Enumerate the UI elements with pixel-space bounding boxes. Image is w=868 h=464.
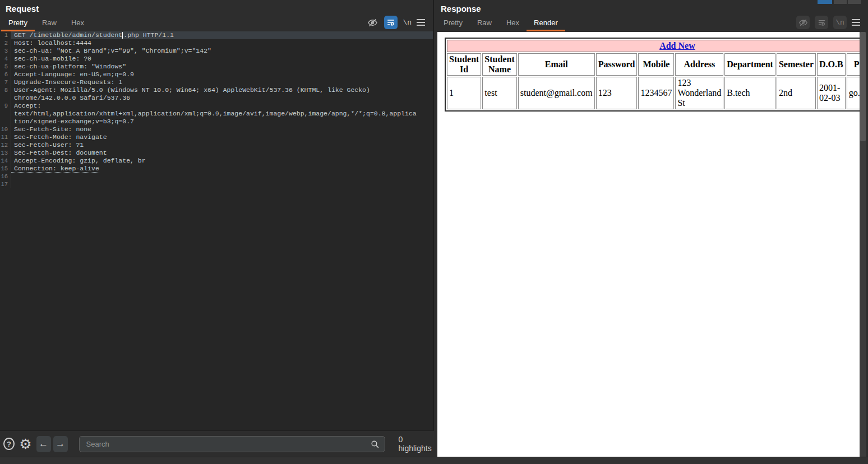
line-text: [11, 180, 14, 188]
table-cell: 123: [596, 77, 638, 109]
burp-message-viewer: Request Pretty Raw Hex: [0, 0, 868, 464]
line-number: 6: [0, 71, 11, 78]
editor-line: text/html,application/xhtml+xml,applicat…: [0, 110, 433, 118]
line-number: 5: [0, 63, 11, 71]
students-table: Add NewStudent IdStudent NameEmailPasswo…: [445, 38, 860, 112]
line-text: Accept:: [11, 102, 41, 110]
line-number: [0, 118, 11, 126]
soft-wrap-icon[interactable]: [384, 16, 398, 29]
line-number: 4: [0, 55, 11, 63]
line-text: Upgrade-Insecure-Requests: 1: [11, 78, 122, 86]
render-vertical-scrollbar[interactable]: [860, 32, 866, 457]
request-tab-raw[interactable]: Raw: [35, 17, 64, 31]
line-number: 13: [0, 149, 11, 157]
editor-line: 17: [0, 180, 433, 188]
line-text: Host: localhost:4444: [11, 39, 91, 47]
editor-line: 5sec-ch-ua-platform: "Windows": [0, 63, 433, 71]
editor-line: 13Sec-Fetch-Dest: document: [0, 149, 433, 157]
column-header: Department: [724, 53, 775, 76]
help-icon[interactable]: ?: [3, 438, 15, 450]
line-text: Accept-Encoding: gzip, deflate, br: [11, 157, 146, 165]
table-row: 1teststudent@gmail.com1231234567123 Wond…: [447, 77, 860, 109]
line-number: 17: [0, 180, 11, 188]
hide-highlights-icon[interactable]: [796, 16, 810, 29]
previous-match-button[interactable]: ←: [36, 436, 51, 452]
line-number: 1: [0, 31, 11, 39]
add-new-link[interactable]: Add New: [659, 41, 695, 50]
line-number: 2: [0, 39, 11, 47]
request-editor[interactable]: 1GET /timetable/admin/student.php HTTP/1…: [0, 31, 433, 430]
request-panel: Request Pretty Raw Hex: [0, 0, 434, 464]
request-toolbar: \n: [366, 16, 425, 29]
search-input[interactable]: [79, 436, 385, 452]
footer-strip: [0, 457, 868, 464]
table-cell: go.ico: [847, 77, 860, 109]
next-match-button[interactable]: →: [53, 436, 68, 452]
editor-line: 10Sec-Fetch-Site: none: [0, 126, 433, 133]
request-tab-hex[interactable]: Hex: [64, 17, 91, 31]
editor-line: 12Sec-Fetch-User: ?1: [0, 141, 433, 149]
response-menu-icon[interactable]: [852, 19, 860, 26]
response-panel: Response Pretty Raw Hex Render: [435, 0, 868, 464]
table-cell: 1: [447, 77, 481, 109]
column-header: Student Name: [482, 53, 516, 76]
highlights-count: 0 highlights: [399, 435, 434, 453]
line-number: 16: [0, 173, 11, 180]
line-number: 11: [0, 133, 11, 141]
line-text: Chrome/142.0.0.0 Safari/537.36: [11, 94, 130, 102]
editor-line: 3sec-ch-ua: "Not_A Brand";v="99", "Chrom…: [0, 47, 433, 55]
response-tab-raw[interactable]: Raw: [470, 17, 499, 31]
search-box: [79, 436, 385, 452]
editor-line: 1GET /timetable/admin/student.php HTTP/1…: [0, 31, 433, 39]
line-number: 9: [0, 102, 11, 110]
table-header-row: Student IdStudent NameEmailPasswordMobil…: [447, 53, 860, 76]
line-number: 15: [0, 165, 11, 173]
scrollbar-thumb[interactable]: [860, 32, 866, 141]
editor-line: 14Accept-Encoding: gzip, deflate, br: [0, 157, 433, 165]
table-cell: 123 Wonderland St: [675, 77, 723, 109]
editor-line: 2Host: localhost:4444: [0, 39, 433, 47]
editor-line: tion/signed-exchange;v=b3;q=0.7: [0, 118, 433, 126]
response-render-view: Add NewStudent IdStudent NameEmailPasswo…: [437, 32, 860, 457]
top-edge-gray-button[interactable]: [834, 0, 847, 4]
line-text: sec-ch-ua-platform: "Windows": [11, 63, 126, 71]
hide-highlights-icon[interactable]: [366, 16, 379, 29]
editor-line: 8User-Agent: Mozilla/5.0 (Windows NT 10.…: [0, 86, 433, 94]
request-tab-pretty[interactable]: Pretty: [1, 17, 35, 31]
column-header: Email: [518, 53, 595, 76]
line-number: 14: [0, 157, 11, 165]
response-tab-hex[interactable]: Hex: [499, 17, 527, 31]
table-cell: student@gmail.com: [518, 77, 595, 109]
line-number: 12: [0, 141, 11, 149]
line-text: Sec-Fetch-Dest: document: [11, 149, 107, 157]
column-header: Semester: [777, 53, 816, 76]
line-text: sec-ch-ua: "Not_A Brand";v="99", "Chromi…: [11, 47, 211, 55]
line-text: tion/signed-exchange;v=b3;q=0.7: [11, 118, 134, 126]
top-edge-gray-button[interactable]: [848, 0, 861, 4]
settings-gear-icon[interactable]: ⚙: [19, 438, 31, 450]
table-cell: B.tech: [724, 77, 775, 109]
table-cell: 2nd: [777, 77, 816, 109]
top-edge-blue-button[interactable]: [818, 0, 832, 4]
soft-wrap-icon[interactable]: [815, 16, 828, 29]
response-tab-pretty[interactable]: Pretty: [436, 17, 470, 31]
editor-line: Chrome/142.0.0.0 Safari/537.36: [0, 94, 433, 102]
line-text: Accept-Language: en-US,en;q=0.9: [11, 71, 134, 78]
line-text: text/html,application/xhtml+xml,applicat…: [11, 110, 417, 118]
line-text: Sec-Fetch-Mode: navigate: [11, 133, 107, 141]
show-newlines-icon[interactable]: \n: [833, 16, 847, 29]
editor-line: 16: [0, 173, 433, 180]
request-title: Request: [6, 4, 39, 13]
text-cursor: [122, 32, 123, 39]
line-text: Sec-Fetch-Site: none: [11, 126, 91, 133]
line-text: [11, 173, 14, 180]
line-number: [0, 110, 11, 118]
add-new-band: Add New: [447, 40, 860, 52]
column-header: Pic: [847, 53, 860, 76]
search-icon[interactable]: [370, 439, 380, 451]
show-newlines-icon[interactable]: \n: [403, 18, 412, 27]
table-cell: test: [482, 77, 516, 109]
request-menu-icon[interactable]: [417, 19, 425, 26]
response-tab-render[interactable]: Render: [527, 17, 565, 31]
editor-line: 9Accept:: [0, 102, 433, 110]
